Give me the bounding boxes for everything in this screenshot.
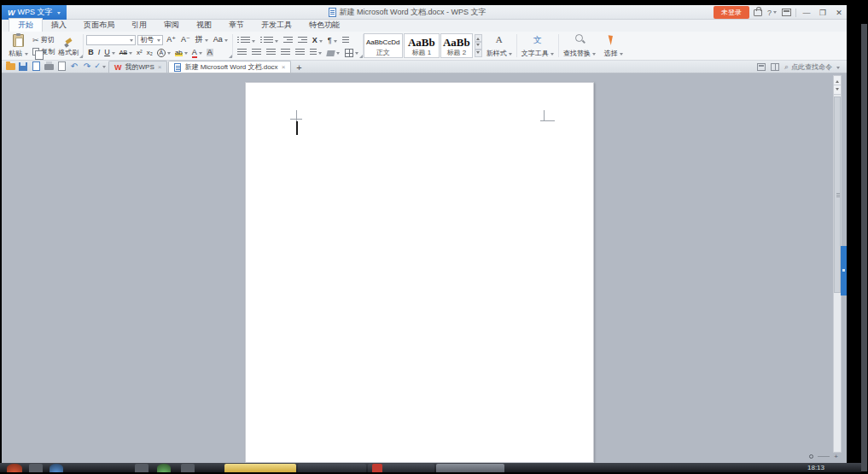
tab-page-layout[interactable]: 页面布局 [75, 19, 123, 32]
zoom-slider-knob[interactable] [809, 454, 813, 459]
start-button[interactable] [7, 464, 22, 472]
style-normal[interactable]: AaBbCcDd 正文 [364, 33, 403, 58]
taskbar-item[interactable] [50, 464, 63, 472]
grow-font-button[interactable]: A⁺ [165, 34, 178, 45]
chevron-down-icon [199, 52, 202, 56]
change-case-button[interactable]: Aa [212, 34, 230, 45]
scroll-top-button[interactable] [834, 85, 841, 95]
align-right-button[interactable] [265, 47, 277, 58]
taskbar-item[interactable] [135, 464, 149, 472]
scrollbar-thumb[interactable] [834, 97, 841, 293]
line-spacing-button[interactable] [308, 47, 323, 58]
italic-button[interactable]: I [96, 47, 102, 58]
numbering-button[interactable] [259, 35, 280, 46]
paragraph-marks-button[interactable]: ¶ [326, 35, 339, 46]
distribute-button[interactable] [294, 47, 306, 58]
font-dialog-launcher[interactable] [229, 55, 232, 58]
task-pane-toggle[interactable] [841, 246, 847, 296]
font-color-button[interactable]: A [190, 47, 204, 58]
strikethrough-button[interactable]: AB [118, 47, 134, 58]
store-bag-icon[interactable] [754, 9, 762, 16]
taskbar-item[interactable] [29, 464, 43, 472]
increase-indent-button[interactable] [296, 35, 309, 46]
shading-button[interactable] [325, 47, 341, 58]
gallery-scroll-up-button[interactable] [475, 34, 482, 42]
align-center-button[interactable] [250, 47, 263, 58]
superscript-button[interactable]: x² [135, 47, 144, 58]
circled-character-button[interactable]: A [155, 47, 172, 58]
tab-section[interactable]: 章节 [220, 19, 253, 32]
shrink-font-button[interactable]: A⁻ [179, 34, 192, 45]
help-button[interactable]: ? [766, 9, 778, 17]
pinyin-guide-button[interactable]: 拼 [194, 34, 210, 45]
tab-home[interactable]: 开始 [9, 18, 43, 32]
cut-button[interactable]: ✂ 剪切 [31, 34, 56, 45]
export-button[interactable] [31, 61, 41, 72]
maximize-button[interactable]: ❐ [817, 9, 829, 17]
tab-references[interactable]: 引用 [123, 19, 155, 32]
style-heading1[interactable]: AaBb 标题 1 [404, 33, 440, 58]
justify-button[interactable] [279, 47, 292, 58]
taskbar-item-highlighted[interactable] [224, 464, 296, 472]
clipboard-dialog-launcher[interactable] [79, 55, 83, 58]
command-search[interactable]: ⌕ 点此查找命令 [784, 62, 840, 72]
doc-tab-document[interactable]: 新建 Microsoft Word 文档.docx × [168, 61, 291, 73]
align-left-button[interactable] [236, 47, 248, 58]
gallery-scroll-down-button[interactable] [475, 42, 482, 50]
subscript-button[interactable]: x₂ [145, 47, 154, 58]
scroll-up-button[interactable] [834, 76, 841, 85]
text-tool-button[interactable]: 文 文字工具 [517, 32, 558, 59]
document-area[interactable]: + [2, 73, 847, 463]
redo-button[interactable]: ↷ [82, 61, 92, 72]
undo-button[interactable]: ↶ [69, 61, 79, 72]
decrease-indent-button[interactable] [282, 35, 294, 46]
split-window-icon[interactable] [771, 63, 779, 71]
close-button[interactable]: ✕ [833, 9, 845, 17]
paste-button[interactable]: 粘贴 [6, 32, 31, 59]
character-shading-button[interactable]: A [205, 47, 215, 58]
copy-button[interactable]: 复制 [31, 46, 56, 57]
new-tab-button[interactable]: + [292, 62, 306, 73]
zoom-control[interactable]: + [809, 453, 838, 460]
gallery-more-button[interactable] [475, 50, 482, 57]
tab-close-button[interactable]: × [158, 63, 162, 71]
select-button[interactable]: 选择 [600, 32, 627, 59]
page[interactable] [245, 82, 594, 463]
login-button[interactable]: 未登录 [714, 6, 749, 19]
font-size-combobox[interactable]: 初号 [137, 35, 163, 45]
taskbar-item[interactable] [298, 464, 366, 472]
tab-review[interactable]: 审阅 [155, 19, 188, 32]
bullets-button[interactable] [236, 35, 257, 46]
underline-button[interactable]: U [102, 47, 117, 58]
find-replace-button[interactable]: 查找替换 [559, 32, 600, 59]
tab-view[interactable]: 视图 [188, 19, 220, 32]
paragraph-dialog-launcher[interactable] [359, 55, 363, 58]
customize-quick-access-button[interactable]: ✓ [95, 61, 105, 72]
font-name-combobox[interactable] [86, 35, 136, 45]
new-style-button[interactable]: A 新样式 [482, 32, 516, 59]
borders-button[interactable] [343, 47, 360, 58]
zoom-slider-track[interactable] [818, 456, 830, 457]
tab-close-button[interactable]: × [282, 63, 286, 71]
format-painter-button[interactable]: 格式刷 [56, 39, 80, 57]
tab-developer[interactable]: 开发工具 [253, 19, 300, 32]
asian-layout-button[interactable]: X [311, 35, 324, 46]
print-preview-button[interactable] [56, 61, 67, 72]
tab-special-features[interactable]: 特色功能 [300, 19, 348, 32]
sort-button[interactable] [341, 35, 351, 46]
tab-list-icon[interactable] [757, 63, 766, 71]
collapse-ribbon-icon[interactable] [782, 9, 791, 16]
highlight-button[interactable]: ab [173, 47, 189, 58]
minimize-button[interactable]: — [801, 9, 813, 17]
zoom-in-button[interactable]: + [834, 453, 838, 460]
tab-insert[interactable]: 插入 [43, 19, 75, 32]
print-button[interactable] [44, 61, 54, 72]
taskbar-item-active[interactable] [436, 464, 504, 472]
save-button[interactable] [18, 61, 28, 72]
taskbar-item[interactable] [157, 464, 171, 472]
open-button[interactable] [5, 61, 15, 72]
doc-tab-my-wps[interactable]: W 我的WPS × [108, 61, 167, 73]
taskbar-item[interactable] [181, 464, 195, 472]
bold-button[interactable]: B [86, 47, 96, 58]
style-heading2[interactable]: AaBb 标题 2 [440, 33, 473, 58]
